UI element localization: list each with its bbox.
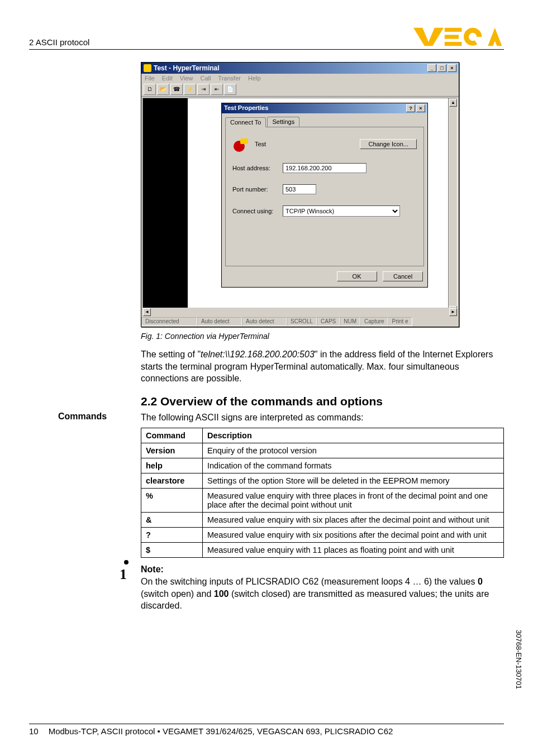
ht-statusbar: Disconnected Auto detect Auto detect SCR… xyxy=(141,317,459,327)
commands-table: Command Description VersionEnquiry of th… xyxy=(141,428,504,558)
horizontal-scrollbar[interactable]: ◄ ► xyxy=(142,308,458,317)
section-header: 2 ASCII protocol xyxy=(29,37,89,47)
host-address-input[interactable] xyxy=(283,163,367,173)
table-row: &Measured value enquiry with six places … xyxy=(141,513,504,528)
tab-connect-to[interactable]: Connect To xyxy=(225,117,266,127)
footer-text: Modbus-TCP, ASCII protocol • VEGAMET 391… xyxy=(49,726,393,736)
status-capture: Capture xyxy=(360,317,388,326)
toolbar-receive-icon[interactable]: ⇤ xyxy=(211,84,223,95)
status-detect1: Auto detect xyxy=(197,317,242,326)
note-title: Note: xyxy=(141,564,164,574)
scroll-left-icon[interactable]: ◄ xyxy=(143,308,151,316)
table-row: %Measured value enquiry with three place… xyxy=(141,489,504,513)
scroll-up-icon[interactable]: ▲ xyxy=(449,99,457,107)
port-number-label: Port number: xyxy=(232,186,283,193)
paragraph-ascii: The following ASCII signs are interprete… xyxy=(141,412,504,424)
info-icon: 1 xyxy=(120,564,127,584)
close-icon[interactable]: × xyxy=(416,104,425,112)
status-scroll: SCROLL xyxy=(287,317,317,326)
th-command: Command xyxy=(141,428,203,443)
figure-caption: Fig. 1: Connection via HyperTerminal xyxy=(141,332,504,341)
tab-settings[interactable]: Settings xyxy=(267,117,299,127)
menu-edit[interactable]: Edit xyxy=(162,75,173,82)
scroll-right-icon[interactable]: ► xyxy=(449,308,457,316)
connect-using-label: Connect using: xyxy=(232,208,283,214)
status-num: NUM xyxy=(340,317,360,326)
status-print: Print e xyxy=(388,317,412,326)
toolbar-open-icon[interactable]: 📂 xyxy=(157,84,169,95)
table-row: helpIndication of the command formats xyxy=(141,458,504,473)
properties-dialog: Test Properties ? × Connect To Settings xyxy=(221,103,428,288)
page-footer: 10 Modbus-TCP, ASCII protocol • VEGAMET … xyxy=(29,724,504,736)
table-row: $Measured value enquiry with 11 places a… xyxy=(141,543,504,558)
ht-toolbar: 🗋 📂 ☎ ⚡ ⇥ ⇤ 📄 xyxy=(141,83,459,97)
toolbar-props-icon[interactable]: 📄 xyxy=(224,84,236,95)
svg-rect-3 xyxy=(445,42,462,46)
note-block: 1 Note: On the switching inputs of PLICS… xyxy=(141,563,504,611)
table-row: VersionEnquiry of the protocol version xyxy=(141,443,504,458)
paragraph-telnet: The setting of "telnet:\\192.168.200.200… xyxy=(141,348,504,385)
table-row: clearstoreSettings of the option Store w… xyxy=(141,473,504,489)
th-description: Description xyxy=(203,428,504,443)
info-icon-dot xyxy=(124,560,129,564)
svg-marker-4 xyxy=(488,28,502,46)
connection-icon xyxy=(232,135,250,153)
toolbar-send-icon[interactable]: ⇥ xyxy=(197,84,210,95)
ht-app-icon xyxy=(144,64,151,72)
ht-menubar: File Edit View Call Transfer Help xyxy=(141,74,459,83)
svg-rect-6 xyxy=(240,138,248,144)
svg-rect-1 xyxy=(445,28,462,32)
hyperterminal-window: Test - HyperTerminal _ □ × File Edit Vie… xyxy=(141,62,459,327)
help-icon[interactable]: ? xyxy=(406,104,415,112)
status-caps: CAPS xyxy=(317,317,340,326)
host-address-label: Host address: xyxy=(232,165,283,171)
toolbar-disconnect-icon[interactable]: ⚡ xyxy=(184,84,196,95)
props-panel: Test Change Icon... Host address: Port n… xyxy=(225,127,424,266)
section-2-2-heading: 2.2 Overview of the commands and options xyxy=(141,395,504,408)
vega-logo xyxy=(413,27,504,47)
status-detect2: Auto detect xyxy=(242,317,287,326)
side-label-commands: Commands xyxy=(58,412,107,422)
ht-terminal-area: ▲ ▼ Test Properties ? × xyxy=(142,98,458,315)
svg-marker-0 xyxy=(413,28,444,46)
ok-button[interactable]: OK xyxy=(337,271,377,281)
menu-transfer[interactable]: Transfer xyxy=(218,75,241,82)
close-icon[interactable]: × xyxy=(448,64,456,72)
change-icon-button[interactable]: Change Icon... xyxy=(360,139,417,149)
table-row: ?Measured value enquiry with six positio… xyxy=(141,528,504,543)
toolbar-new-icon[interactable]: 🗋 xyxy=(144,84,156,95)
ht-titlebar: Test - HyperTerminal _ □ × xyxy=(141,63,459,74)
connect-using-select[interactable]: TCP/IP (Winsock) xyxy=(283,205,400,217)
menu-view[interactable]: View xyxy=(180,75,193,82)
minimize-icon[interactable]: _ xyxy=(427,64,436,72)
port-number-input[interactable] xyxy=(283,184,316,194)
props-title-text: Test Properties xyxy=(224,104,268,112)
ht-window-title: Test - HyperTerminal xyxy=(154,64,220,72)
page-number: 10 xyxy=(29,726,39,736)
maximize-icon[interactable]: □ xyxy=(437,64,446,72)
toolbar-call-icon[interactable]: ☎ xyxy=(170,84,183,95)
props-titlebar: Test Properties ? × xyxy=(222,103,427,113)
menu-call[interactable]: Call xyxy=(201,75,211,82)
connection-name: Test xyxy=(255,141,266,147)
menu-file[interactable]: File xyxy=(145,75,155,82)
vertical-scrollbar[interactable]: ▲ ▼ xyxy=(448,98,457,315)
status-connection: Disconnected xyxy=(141,317,197,326)
svg-rect-2 xyxy=(445,35,459,39)
document-code: 30768-EN-130701 xyxy=(515,630,523,689)
cancel-button[interactable]: Cancel xyxy=(383,271,423,281)
menu-help[interactable]: Help xyxy=(248,75,261,82)
ht-left-margin xyxy=(143,98,188,315)
